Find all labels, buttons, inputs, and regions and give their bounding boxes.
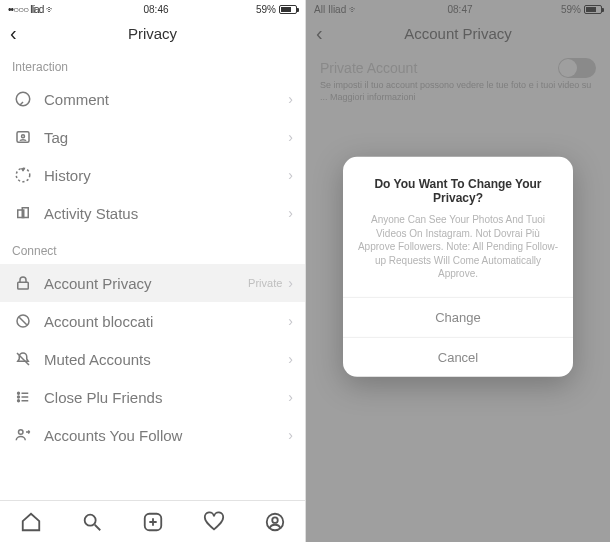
row-accounts-you-follow[interactable]: Accounts You Follow › (0, 416, 305, 454)
screen-account-privacy: All Iliad ᯤ 08:47 59% ‹ Account Privacy … (305, 0, 610, 542)
chevron-right-icon: › (288, 167, 293, 183)
status-right: 59% (256, 4, 297, 15)
tab-add[interactable] (142, 511, 164, 533)
row-comment[interactable]: Comment › (0, 80, 305, 118)
row-account-privacy[interactable]: Account Privacy Private › (0, 264, 305, 302)
dialog-cancel-button[interactable]: Cancel (343, 336, 573, 376)
battery-pct: 59% (256, 4, 276, 15)
row-muted-accounts[interactable]: Muted Accounts › (0, 340, 305, 378)
row-label: Account Privacy (34, 275, 248, 292)
activity-icon (12, 204, 34, 222)
chevron-right-icon: › (288, 205, 293, 221)
svg-point-9 (18, 396, 20, 398)
dialog-title: Do You Want To Change Your Privacy? (343, 157, 573, 209)
svg-point-8 (18, 392, 20, 394)
dialog-body: Anyone Can See Your Photos And Tuoi Vide… (343, 209, 573, 296)
section-interaction-label: Interaction (0, 48, 305, 80)
row-activity-status[interactable]: Activity Status › (0, 194, 305, 232)
row-label: Account bloccati (34, 313, 288, 330)
follow-icon (12, 426, 34, 444)
status-bar: ••○○○ Iliad ᯤ 08:46 59% (0, 0, 305, 18)
chevron-right-icon: › (288, 351, 293, 367)
svg-point-12 (84, 514, 95, 525)
tab-profile[interactable] (264, 511, 286, 533)
row-label: History (34, 167, 288, 184)
list-icon (12, 388, 34, 406)
screen-privacy: ••○○○ Iliad ᯤ 08:46 59% ‹ Privacy Intera… (0, 0, 305, 542)
tab-activity[interactable] (203, 511, 225, 533)
chevron-right-icon: › (288, 389, 293, 405)
svg-point-2 (22, 135, 25, 138)
back-button[interactable]: ‹ (10, 22, 17, 45)
row-history[interactable]: History › (0, 156, 305, 194)
row-close-friends[interactable]: Close Plu Friends › (0, 378, 305, 416)
chevron-right-icon: › (288, 129, 293, 145)
blocked-icon (12, 312, 34, 330)
row-label: Tag (34, 129, 288, 146)
chevron-right-icon: › (288, 91, 293, 107)
tab-bar (0, 500, 305, 542)
status-time: 08:46 (143, 4, 168, 15)
privacy-change-dialog: Do You Want To Change Your Privacy? Anyo… (343, 157, 573, 376)
battery-icon (279, 5, 297, 14)
row-detail: Private (248, 277, 282, 289)
row-blocked-accounts[interactable]: Account bloccati › (0, 302, 305, 340)
svg-rect-6 (18, 282, 29, 289)
list-connect: Account Privacy Private › Account blocca… (0, 264, 305, 454)
svg-point-0 (16, 92, 30, 106)
list-interaction: Comment › Tag › History › Activity Statu… (0, 80, 305, 232)
row-tag[interactable]: Tag › (0, 118, 305, 156)
history-icon (12, 166, 34, 184)
page-title: Privacy (0, 25, 305, 42)
chevron-right-icon: › (288, 427, 293, 443)
comment-icon (12, 90, 34, 108)
svg-point-10 (18, 400, 20, 402)
tab-home[interactable] (20, 511, 42, 533)
row-label: Accounts You Follow (34, 427, 288, 444)
row-label: Muted Accounts (34, 351, 288, 368)
wifi-icon: ᯤ (46, 4, 56, 15)
tag-icon (12, 128, 34, 146)
dialog-change-button[interactable]: Change (343, 296, 573, 336)
row-label: Close Plu Friends (34, 389, 288, 406)
chevron-right-icon: › (288, 313, 293, 329)
svg-point-11 (19, 430, 24, 435)
svg-point-15 (272, 517, 278, 523)
row-label: Activity Status (34, 205, 288, 222)
tab-search[interactable] (81, 511, 103, 533)
row-label: Comment (34, 91, 288, 108)
muted-icon (12, 350, 34, 368)
status-carrier: ••○○○ Iliad ᯤ (8, 4, 56, 15)
chevron-right-icon: › (288, 275, 293, 291)
section-connect-label: Connect (0, 232, 305, 264)
nav-bar: ‹ Privacy (0, 18, 305, 48)
lock-icon (12, 274, 34, 292)
